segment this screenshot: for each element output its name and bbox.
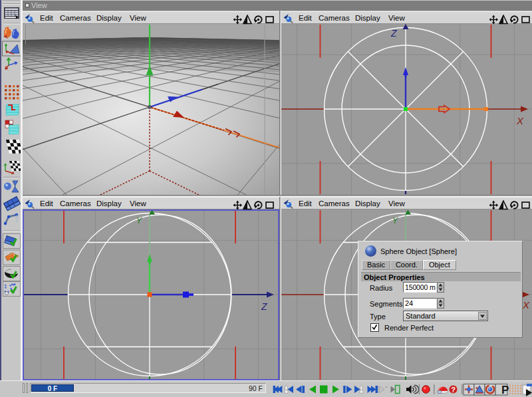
svg-text:?: ?: [451, 386, 456, 394]
svg-text:Z: Z: [261, 301, 267, 312]
svg-text:X: X: [516, 115, 524, 126]
svg-text:Z: Z: [390, 28, 397, 39]
svg-text:P: P: [501, 384, 509, 396]
svg-text:Y: Y: [136, 216, 142, 225]
svg-text:X: X: [522, 299, 530, 311]
svg-text:Y: Y: [392, 216, 398, 225]
